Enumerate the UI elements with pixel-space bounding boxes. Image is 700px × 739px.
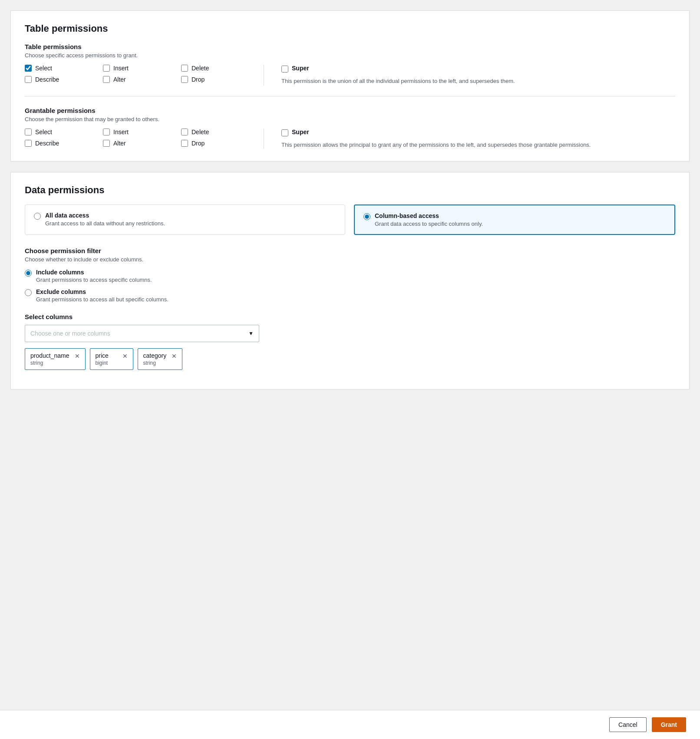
- checkbox-describe-input[interactable]: [25, 76, 32, 83]
- checkbox-g-delete-input[interactable]: [181, 129, 188, 135]
- permission-filter-desc: Choose whether to include or exclude col…: [25, 256, 675, 263]
- include-columns-label: Include columns: [36, 269, 152, 276]
- all-data-title: All data access: [45, 212, 165, 219]
- grantable-perms-right: Super This permission allows the princip…: [264, 129, 675, 149]
- table-perms-right: Super This permission is the union of al…: [264, 65, 675, 86]
- column-tag-category-label: category: [143, 352, 167, 359]
- checkbox-insert-input[interactable]: [103, 65, 110, 72]
- table-perms-title: Table permissions: [25, 43, 675, 50]
- checkbox-g-alter[interactable]: Alter: [103, 140, 181, 147]
- include-columns-option[interactable]: Include columns Grant permissions to acc…: [25, 269, 675, 283]
- permission-filter-title: Choose permission filter: [25, 247, 675, 254]
- column-tag-product-name: product_name string ✕: [25, 348, 86, 370]
- data-permissions-section: Data permissions All data access Grant a…: [10, 172, 690, 389]
- checkbox-g-describe-input[interactable]: [25, 140, 32, 147]
- all-data-option[interactable]: All data access Grant access to all data…: [25, 205, 345, 235]
- column-dropdown-placeholder: Choose one or more columns: [30, 330, 110, 337]
- column-tag-product-name-content: product_name string: [30, 352, 69, 366]
- column-tag-category-type: string: [143, 360, 167, 366]
- checkbox-g-insert[interactable]: Insert: [103, 129, 181, 135]
- checkbox-g-insert-input[interactable]: [103, 129, 110, 135]
- select-columns-title: Select columns: [25, 313, 675, 320]
- checkbox-g-super[interactable]: Super: [281, 129, 675, 137]
- permission-filter-section: Choose permission filter Choose whether …: [25, 247, 675, 303]
- checkbox-g-drop-input[interactable]: [181, 140, 188, 147]
- checkbox-g-select-input[interactable]: [25, 129, 32, 135]
- table-permissions-title: Table permissions: [25, 23, 675, 34]
- checkbox-super[interactable]: Super: [281, 65, 675, 73]
- all-data-desc: Grant access to all data without any res…: [45, 220, 165, 227]
- column-tag-product-name-remove[interactable]: ✕: [75, 353, 80, 360]
- all-data-radio[interactable]: [34, 213, 41, 220]
- page-container: Table permissions Table permissions Choo…: [0, 0, 700, 739]
- exclude-columns-option[interactable]: Exclude columns Grant permissions to acc…: [25, 288, 675, 303]
- table-perms-grid: Select Insert Delete Describe: [25, 65, 675, 86]
- footer-bar: Cancel Grant: [0, 710, 700, 739]
- dropdown-arrow-icon: ▼: [248, 330, 254, 337]
- table-perms-left: Select Insert Delete Describe: [25, 65, 259, 83]
- column-tag-category-remove[interactable]: ✕: [172, 353, 177, 360]
- table-permissions-section: Table permissions Table permissions Choo…: [10, 10, 690, 162]
- column-based-radio[interactable]: [363, 213, 370, 220]
- super-desc: This permission is the union of all the …: [281, 77, 675, 86]
- checkbox-alter-input[interactable]: [103, 76, 110, 83]
- checkbox-select-input[interactable]: [25, 65, 32, 72]
- column-based-content: Column-based access Grant data access to…: [375, 212, 483, 227]
- column-dropdown[interactable]: Choose one or more columns ▼: [25, 325, 259, 342]
- checkbox-delete[interactable]: Delete: [181, 65, 259, 72]
- grantable-perms-title: Grantable permissions: [25, 107, 675, 114]
- column-tag-price-label: price: [96, 352, 109, 359]
- exclude-columns-desc: Grant permissions to access all but spec…: [36, 296, 168, 303]
- select-columns-section: Select columns Choose one or more column…: [25, 313, 675, 370]
- column-tag-product-name-type: string: [30, 360, 69, 366]
- column-tag-price-type: bigint: [96, 360, 109, 366]
- checkbox-select[interactable]: Select: [25, 65, 103, 72]
- checkbox-alter[interactable]: Alter: [103, 76, 181, 83]
- grantable-perms-desc: Choose the permission that may be grante…: [25, 116, 675, 122]
- grantable-perms-subsection: Grantable permissions Choose the permiss…: [25, 107, 675, 149]
- checkbox-super-input[interactable]: [281, 66, 288, 73]
- column-tag-price-remove[interactable]: ✕: [122, 353, 128, 360]
- section-divider: [25, 96, 675, 96]
- g-super-desc: This permission allows the principal to …: [281, 141, 675, 149]
- checkbox-g-alter-input[interactable]: [103, 140, 110, 147]
- include-columns-desc: Grant permissions to access specific col…: [36, 277, 152, 283]
- all-data-content: All data access Grant access to all data…: [45, 212, 165, 227]
- grantable-perms-grid: Select Insert Delete Describe: [25, 129, 675, 149]
- cancel-button[interactable]: Cancel: [609, 717, 647, 732]
- checkbox-delete-input[interactable]: [181, 65, 188, 72]
- grant-button[interactable]: Grant: [652, 717, 686, 732]
- column-tag-price-content: price bigint: [96, 352, 109, 366]
- exclude-columns-label: Exclude columns: [36, 288, 168, 295]
- checkbox-g-describe[interactable]: Describe: [25, 140, 103, 147]
- column-tag-product-name-label: product_name: [30, 352, 69, 359]
- checkbox-g-delete[interactable]: Delete: [181, 129, 259, 135]
- column-tag-category: category string ✕: [138, 348, 183, 370]
- column-based-title: Column-based access: [375, 212, 483, 219]
- data-access-options: All data access Grant access to all data…: [25, 205, 675, 235]
- checkbox-g-super-input[interactable]: [281, 129, 288, 136]
- checkbox-insert[interactable]: Insert: [103, 65, 181, 72]
- checkbox-describe[interactable]: Describe: [25, 76, 103, 83]
- selected-columns-list: product_name string ✕ price bigint ✕: [25, 348, 675, 370]
- grantable-perms-left: Select Insert Delete Describe: [25, 129, 259, 147]
- include-columns-content: Include columns Grant permissions to acc…: [36, 269, 152, 283]
- checkbox-g-drop[interactable]: Drop: [181, 140, 259, 147]
- checkbox-drop[interactable]: Drop: [181, 76, 259, 83]
- table-perms-subsection: Table permissions Choose specific access…: [25, 43, 675, 86]
- exclude-columns-radio[interactable]: [25, 289, 32, 296]
- column-based-desc: Grant data access to specific columns on…: [375, 221, 483, 227]
- content-wrapper: Table permissions Table permissions Choo…: [0, 0, 700, 424]
- column-tag-price: price bigint ✕: [90, 348, 133, 370]
- table-perms-desc: Choose specific access permissions to gr…: [25, 52, 675, 59]
- checkbox-g-select[interactable]: Select: [25, 129, 103, 135]
- checkbox-drop-input[interactable]: [181, 76, 188, 83]
- exclude-columns-content: Exclude columns Grant permissions to acc…: [36, 288, 168, 303]
- column-tag-category-content: category string: [143, 352, 167, 366]
- data-permissions-title: Data permissions: [25, 185, 675, 196]
- column-based-option[interactable]: Column-based access Grant data access to…: [354, 205, 675, 235]
- include-columns-radio[interactable]: [25, 270, 32, 277]
